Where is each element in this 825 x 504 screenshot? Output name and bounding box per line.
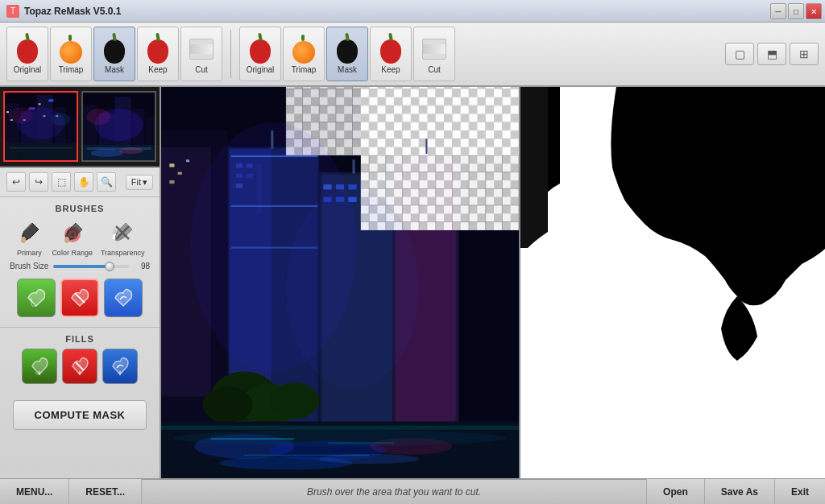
keep-fill-button[interactable] bbox=[22, 349, 57, 384]
svg-rect-105 bbox=[352, 159, 354, 174]
tool-trimap2[interactable]: Trimap bbox=[283, 27, 325, 81]
tool-cut2-icon bbox=[420, 35, 449, 64]
maximize-button[interactable]: □ bbox=[788, 3, 804, 19]
svg-point-90 bbox=[269, 382, 319, 419]
selection-tool[interactable]: ⬚ bbox=[52, 172, 71, 192]
tool-mask2[interactable]: Mask bbox=[326, 27, 368, 81]
tool-cut-icon bbox=[187, 35, 216, 64]
tool-trimap[interactable]: Trimap bbox=[50, 27, 92, 81]
close-button[interactable]: ✕ bbox=[806, 3, 822, 19]
statusbar: MENU... RESET... Brush over the area tha… bbox=[0, 478, 825, 504]
window-title: Topaz ReMask V5.0.1 bbox=[24, 6, 122, 17]
exit-button[interactable]: Exit bbox=[774, 479, 825, 504]
svg-rect-9 bbox=[39, 103, 41, 105]
left-canvas[interactable] bbox=[161, 87, 519, 478]
window-controls: ─ □ ✕ bbox=[770, 3, 822, 19]
tool-keep2[interactable]: Keep bbox=[370, 27, 412, 81]
tool-original2[interactable]: Original bbox=[239, 27, 281, 81]
svg-point-31 bbox=[119, 147, 143, 154]
brush-size-thumb[interactable] bbox=[105, 262, 114, 271]
svg-point-19 bbox=[51, 113, 70, 126]
fills-title: FILLS bbox=[6, 334, 153, 344]
svg-rect-56 bbox=[186, 159, 189, 162]
svg-point-103 bbox=[286, 188, 419, 388]
single-view-button[interactable]: ▢ bbox=[725, 43, 754, 65]
brush-size-value: 98 bbox=[134, 262, 150, 271]
tools-row: ↩ ↪ ⬚ ✋ 🔍 Fit ▾ bbox=[0, 167, 160, 197]
open-button[interactable]: Open bbox=[646, 479, 704, 504]
tool-mask[interactable]: Mask bbox=[93, 27, 135, 81]
svg-rect-16 bbox=[13, 151, 68, 152]
detail-brush-button[interactable] bbox=[104, 279, 143, 317]
move-tool[interactable]: ✋ bbox=[74, 172, 93, 192]
view-mode-buttons: ▢ ⬒ ⊞ bbox=[725, 43, 819, 65]
keep-brush-button[interactable] bbox=[17, 279, 56, 317]
tool-original[interactable]: Original bbox=[6, 27, 48, 81]
cut-fill-button[interactable] bbox=[62, 349, 97, 384]
status-action-buttons: Open Save As Exit bbox=[646, 479, 825, 504]
thumbnail-2[interactable] bbox=[81, 91, 156, 162]
tool-keep[interactable]: Keep bbox=[137, 27, 179, 81]
svg-rect-54 bbox=[178, 172, 182, 175]
cut-brush-button[interactable] bbox=[60, 279, 99, 317]
tool-mask-label: Mask bbox=[105, 65, 124, 74]
svg-point-18 bbox=[9, 107, 33, 123]
tool-trimap2-label: Trimap bbox=[292, 65, 317, 74]
tool-keep2-icon bbox=[376, 35, 405, 64]
brushes-title: BRUSHES bbox=[6, 204, 153, 213]
toolbar-separator-1 bbox=[230, 30, 231, 78]
fit-label: Fit bbox=[131, 177, 141, 187]
right-canvas[interactable] bbox=[519, 87, 825, 478]
svg-rect-100 bbox=[328, 442, 395, 444]
detail-fill-button[interactable] bbox=[102, 349, 138, 384]
canvas-area bbox=[161, 87, 825, 478]
compute-mask-button[interactable]: COMPUTE MASK bbox=[13, 400, 147, 430]
tool-trimap2-icon bbox=[289, 35, 318, 64]
fit-button[interactable]: Fit ▾ bbox=[126, 175, 153, 190]
dual-view-button[interactable]: ⬒ bbox=[757, 43, 786, 65]
tool-cut[interactable]: Cut bbox=[180, 27, 222, 81]
svg-point-89 bbox=[203, 386, 253, 423]
fills-section: FILLS bbox=[0, 327, 160, 390]
svg-rect-13 bbox=[48, 99, 53, 101]
color-range-brush-icon bbox=[58, 218, 87, 247]
minimize-button[interactable]: ─ bbox=[770, 3, 786, 19]
tool-mask2-label: Mask bbox=[338, 65, 357, 74]
svg-rect-6 bbox=[6, 111, 9, 113]
menu-button[interactable]: MENU... bbox=[0, 479, 69, 504]
svg-rect-106 bbox=[425, 138, 427, 154]
brush-size-slider[interactable] bbox=[53, 265, 129, 268]
fit-chevron-icon: ▾ bbox=[143, 177, 147, 188]
svg-rect-104 bbox=[271, 130, 273, 149]
svg-rect-99 bbox=[211, 438, 294, 440]
brush-actions bbox=[6, 279, 153, 317]
thumbnail-1[interactable] bbox=[3, 91, 78, 162]
left-view-tools: Original Trimap Mask bbox=[6, 27, 222, 81]
right-view-tools: Original Trimap Mask bbox=[239, 27, 455, 81]
tool-cut2[interactable]: Cut bbox=[413, 27, 455, 81]
quad-view-button[interactable]: ⊞ bbox=[790, 43, 819, 65]
redo-button[interactable]: ↪ bbox=[29, 172, 48, 192]
tool-keep-label: Keep bbox=[148, 65, 167, 74]
thumbnail-strip bbox=[0, 87, 160, 167]
zoom-tool[interactable]: 🔍 bbox=[97, 172, 116, 192]
tool-cut2-label: Cut bbox=[428, 65, 441, 74]
top-toolbar: Original Trimap Mask bbox=[0, 23, 825, 87]
primary-brush[interactable]: Primary bbox=[15, 218, 44, 257]
svg-rect-53 bbox=[169, 163, 174, 167]
transparency-brush[interactable]: Transparency bbox=[101, 218, 145, 257]
undo-button[interactable]: ↩ bbox=[6, 172, 26, 192]
titlebar: T Topaz ReMask V5.0.1 ─ □ ✕ bbox=[0, 0, 825, 23]
svg-point-30 bbox=[91, 149, 123, 157]
brushes-section: BRUSHES Primary bbox=[0, 197, 160, 324]
app-icon: T bbox=[6, 5, 19, 18]
save-as-button[interactable]: Save As bbox=[704, 479, 774, 504]
tool-original-label: Original bbox=[14, 65, 41, 74]
brush-size-row: Brush Size 98 bbox=[6, 260, 153, 272]
transparency-brush-label: Transparency bbox=[101, 249, 145, 257]
svg-point-27 bbox=[87, 109, 111, 125]
primary-brush-label: Primary bbox=[17, 249, 42, 257]
reset-button[interactable]: RESET... bbox=[69, 479, 142, 504]
color-range-brush[interactable]: Color Range bbox=[52, 218, 93, 257]
tool-trimap-icon bbox=[56, 35, 85, 64]
